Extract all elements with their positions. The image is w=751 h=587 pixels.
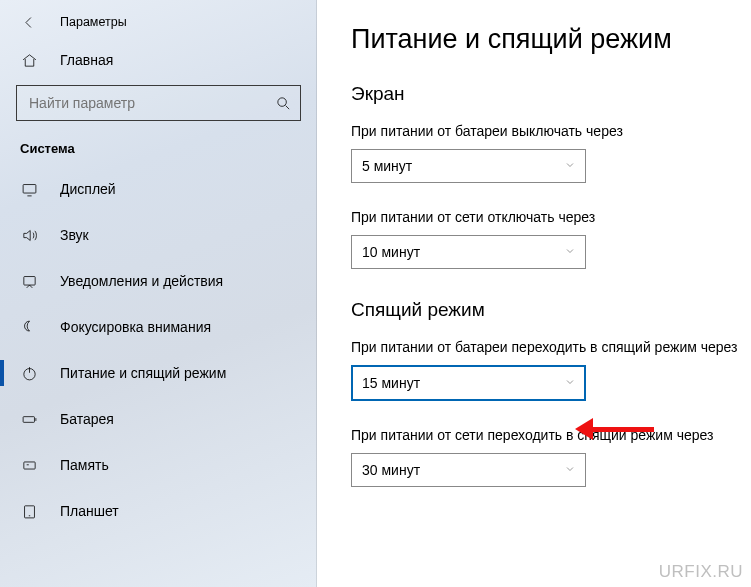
focus-icon — [20, 318, 38, 336]
tablet-icon — [20, 502, 38, 520]
select-sleep-ac[interactable]: 30 минут — [351, 453, 586, 487]
sound-icon — [20, 226, 38, 244]
nav-item-notifications[interactable]: Уведомления и действия — [0, 258, 317, 304]
section-title-screen: Экран — [351, 83, 751, 105]
select-value: 30 минут — [362, 462, 420, 478]
select-sleep-battery[interactable]: 15 минут — [351, 365, 586, 401]
section-title-sleep: Спящий режим — [351, 299, 751, 321]
notification-icon — [20, 272, 38, 290]
display-icon — [20, 180, 38, 198]
field-sleep-ac: При питании от сети переходить в спящий … — [351, 427, 751, 487]
nav-item-focus[interactable]: Фокусировка внимания — [0, 304, 317, 350]
select-screen-ac[interactable]: 10 минут — [351, 235, 586, 269]
svg-rect-2 — [23, 276, 34, 285]
nav-label: Уведомления и действия — [60, 273, 223, 289]
nav-item-tablet[interactable]: Планшет — [0, 488, 317, 534]
nav-label: Память — [60, 457, 109, 473]
chevron-down-icon — [564, 462, 576, 478]
svg-rect-5 — [23, 461, 34, 468]
section-screen: Экран При питании от батареи выключать ч… — [351, 83, 751, 269]
home-button[interactable]: Главная — [0, 41, 317, 81]
sidebar: Параметры Главная Система Дисплей Звук — [0, 0, 317, 587]
nav-item-display[interactable]: Дисплей — [0, 166, 317, 212]
section-sleep: Спящий режим При питании от батареи пере… — [351, 299, 751, 487]
nav-item-storage[interactable]: Память — [0, 442, 317, 488]
chevron-down-icon — [564, 375, 576, 391]
nav-label: Фокусировка внимания — [60, 319, 211, 335]
field-sleep-battery: При питании от батареи переходить в спящ… — [351, 339, 751, 401]
select-value: 15 минут — [362, 375, 420, 391]
search-box[interactable] — [16, 85, 301, 121]
nav-label: Батарея — [60, 411, 114, 427]
nav-item-battery[interactable]: Батарея — [0, 396, 317, 442]
select-screen-battery[interactable]: 5 минут — [351, 149, 586, 183]
nav-item-power[interactable]: Питание и спящий режим — [0, 350, 317, 396]
watermark: URFIX.RU — [659, 562, 743, 582]
category-label: Система — [0, 141, 317, 166]
label-screen-ac: При питании от сети отключать через — [351, 209, 751, 225]
header-row: Параметры — [0, 0, 317, 41]
select-value: 10 минут — [362, 244, 420, 260]
nav-list: Дисплей Звук Уведомления и действия Фоку… — [0, 166, 317, 534]
field-screen-battery: При питании от батареи выключать через 5… — [351, 123, 751, 183]
window-title: Параметры — [60, 15, 127, 29]
main-content: Питание и спящий режим Экран При питании… — [317, 0, 751, 587]
storage-icon — [20, 456, 38, 474]
label-screen-battery: При питании от батареи выключать через — [351, 123, 751, 139]
chevron-down-icon — [564, 158, 576, 174]
svg-rect-4 — [23, 416, 34, 422]
nav-label: Планшет — [60, 503, 119, 519]
chevron-down-icon — [564, 244, 576, 260]
nav-label: Питание и спящий режим — [60, 365, 226, 381]
home-label: Главная — [60, 52, 113, 68]
svg-rect-1 — [23, 184, 36, 193]
page-title: Питание и спящий режим — [351, 24, 751, 55]
nav-label: Звук — [60, 227, 89, 243]
svg-point-0 — [277, 97, 286, 106]
nav-item-sound[interactable]: Звук — [0, 212, 317, 258]
battery-icon — [20, 410, 38, 428]
home-icon — [20, 51, 38, 69]
search-icon — [274, 94, 292, 112]
field-screen-ac: При питании от сети отключать через 10 м… — [351, 209, 751, 269]
back-icon[interactable] — [20, 13, 38, 31]
search-input[interactable] — [27, 94, 274, 112]
select-value: 5 минут — [362, 158, 412, 174]
label-sleep-ac: При питании от сети переходить в спящий … — [351, 427, 751, 443]
label-sleep-battery: При питании от батареи переходить в спящ… — [351, 339, 751, 355]
power-icon — [20, 364, 38, 382]
nav-label: Дисплей — [60, 181, 116, 197]
